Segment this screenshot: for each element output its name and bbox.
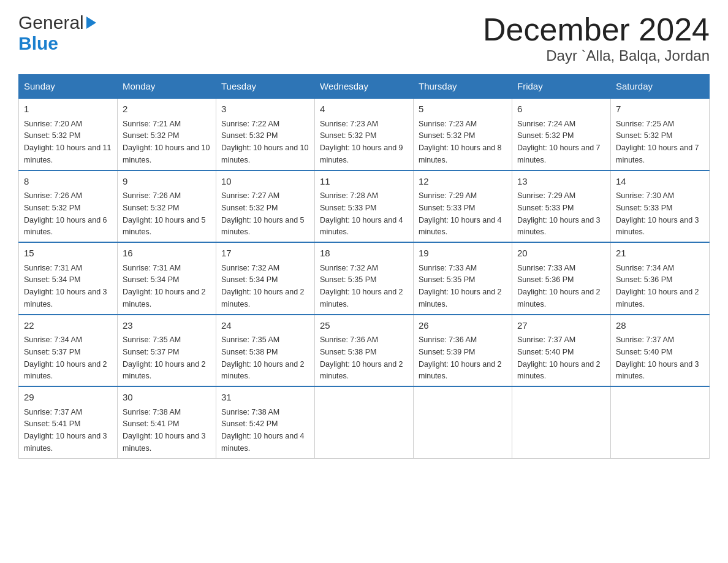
calendar-cell: 4Sunrise: 7:23 AMSunset: 5:32 PMDaylight… <box>315 98 414 170</box>
day-info: Sunrise: 7:23 AMSunset: 5:32 PMDaylight:… <box>419 120 502 164</box>
day-info: Sunrise: 7:30 AMSunset: 5:33 PMDaylight:… <box>616 191 699 236</box>
col-wednesday: Wednesday <box>315 75 414 99</box>
calendar-cell: 5Sunrise: 7:23 AMSunset: 5:32 PMDaylight… <box>414 98 512 170</box>
calendar-cell: 20Sunrise: 7:33 AMSunset: 5:36 PMDayligh… <box>512 242 611 315</box>
day-number: 19 <box>419 247 507 261</box>
day-info: Sunrise: 7:23 AMSunset: 5:32 PMDaylight:… <box>320 120 403 164</box>
calendar-cell: 23Sunrise: 7:35 AMSunset: 5:37 PMDayligh… <box>118 315 216 387</box>
day-number: 7 <box>616 102 704 117</box>
day-info: Sunrise: 7:38 AMSunset: 5:41 PMDaylight:… <box>123 408 206 453</box>
day-info: Sunrise: 7:33 AMSunset: 5:35 PMDaylight:… <box>419 264 502 308</box>
calendar-cell: 21Sunrise: 7:34 AMSunset: 5:36 PMDayligh… <box>611 242 710 315</box>
day-number: 27 <box>517 319 605 333</box>
day-info: Sunrise: 7:34 AMSunset: 5:36 PMDaylight:… <box>616 264 699 308</box>
calendar-week-4: 22Sunrise: 7:34 AMSunset: 5:37 PMDayligh… <box>19 315 710 387</box>
day-info: Sunrise: 7:38 AMSunset: 5:42 PMDaylight:… <box>221 408 305 453</box>
day-number: 4 <box>320 102 408 117</box>
calendar-cell: 15Sunrise: 7:31 AMSunset: 5:34 PMDayligh… <box>19 242 118 315</box>
day-info: Sunrise: 7:29 AMSunset: 5:33 PMDaylight:… <box>419 191 502 236</box>
day-number: 25 <box>320 319 408 333</box>
day-number: 10 <box>221 175 309 189</box>
calendar-cell: 12Sunrise: 7:29 AMSunset: 5:33 PMDayligh… <box>414 170 512 243</box>
calendar-cell: 25Sunrise: 7:36 AMSunset: 5:38 PMDayligh… <box>315 315 414 387</box>
calendar-cell: 22Sunrise: 7:34 AMSunset: 5:37 PMDayligh… <box>19 315 118 387</box>
calendar-cell: 17Sunrise: 7:32 AMSunset: 5:34 PMDayligh… <box>216 242 315 315</box>
day-number: 14 <box>616 175 704 189</box>
day-number: 21 <box>616 247 704 261</box>
day-number: 15 <box>24 247 112 261</box>
day-info: Sunrise: 7:31 AMSunset: 5:34 PMDaylight:… <box>24 264 107 308</box>
day-number: 3 <box>221 102 309 117</box>
calendar-cell: 27Sunrise: 7:37 AMSunset: 5:40 PMDayligh… <box>512 315 611 387</box>
calendar-cell: 29Sunrise: 7:37 AMSunset: 5:41 PMDayligh… <box>19 386 118 458</box>
col-thursday: Thursday <box>414 75 512 99</box>
day-info: Sunrise: 7:33 AMSunset: 5:36 PMDaylight:… <box>517 264 601 308</box>
day-number: 11 <box>320 175 408 189</box>
day-info: Sunrise: 7:35 AMSunset: 5:38 PMDaylight:… <box>221 335 305 380</box>
day-number: 5 <box>419 102 507 117</box>
calendar-week-5: 29Sunrise: 7:37 AMSunset: 5:41 PMDayligh… <box>19 386 710 458</box>
calendar-week-1: 1Sunrise: 7:20 AMSunset: 5:32 PMDaylight… <box>19 98 710 170</box>
day-info: Sunrise: 7:37 AMSunset: 5:40 PMDaylight:… <box>517 335 601 380</box>
calendar-body: 1Sunrise: 7:20 AMSunset: 5:32 PMDaylight… <box>19 98 710 458</box>
col-saturday: Saturday <box>611 75 710 99</box>
day-number: 20 <box>517 247 605 261</box>
col-tuesday: Tuesday <box>216 75 315 99</box>
col-monday: Monday <box>118 75 216 99</box>
day-info: Sunrise: 7:32 AMSunset: 5:35 PMDaylight:… <box>320 264 403 308</box>
calendar-cell: 18Sunrise: 7:32 AMSunset: 5:35 PMDayligh… <box>315 242 414 315</box>
calendar-cell: 13Sunrise: 7:29 AMSunset: 5:33 PMDayligh… <box>512 170 611 243</box>
logo-arrow-icon <box>86 17 96 29</box>
day-info: Sunrise: 7:31 AMSunset: 5:34 PMDaylight:… <box>123 264 206 308</box>
calendar-cell <box>512 386 611 458</box>
logo: General Blue <box>18 12 96 54</box>
day-info: Sunrise: 7:29 AMSunset: 5:33 PMDaylight:… <box>517 191 601 236</box>
day-number: 17 <box>221 247 309 261</box>
title-block: December 2024 Dayr `Alla, Balqa, Jordan <box>483 12 710 64</box>
day-number: 29 <box>24 391 112 405</box>
day-info: Sunrise: 7:27 AMSunset: 5:32 PMDaylight:… <box>221 191 305 236</box>
calendar-cell: 1Sunrise: 7:20 AMSunset: 5:32 PMDaylight… <box>19 98 118 170</box>
calendar-header: Sunday Monday Tuesday Wednesday Thursday… <box>19 75 710 99</box>
calendar-week-3: 15Sunrise: 7:31 AMSunset: 5:34 PMDayligh… <box>19 242 710 315</box>
day-number: 28 <box>616 319 704 333</box>
day-info: Sunrise: 7:34 AMSunset: 5:37 PMDaylight:… <box>24 335 107 380</box>
page-header: General Blue December 2024 Dayr `Alla, B… <box>18 12 710 64</box>
location-title: Dayr `Alla, Balqa, Jordan <box>483 47 710 64</box>
day-number: 12 <box>419 175 507 189</box>
calendar-cell <box>611 386 710 458</box>
calendar-cell: 11Sunrise: 7:28 AMSunset: 5:33 PMDayligh… <box>315 170 414 243</box>
day-info: Sunrise: 7:22 AMSunset: 5:32 PMDaylight:… <box>221 120 308 164</box>
calendar-cell: 8Sunrise: 7:26 AMSunset: 5:32 PMDaylight… <box>19 170 118 243</box>
calendar-cell: 10Sunrise: 7:27 AMSunset: 5:32 PMDayligh… <box>216 170 315 243</box>
day-info: Sunrise: 7:37 AMSunset: 5:40 PMDaylight:… <box>616 335 699 380</box>
calendar-cell: 9Sunrise: 7:26 AMSunset: 5:32 PMDaylight… <box>118 170 216 243</box>
calendar-cell: 30Sunrise: 7:38 AMSunset: 5:41 PMDayligh… <box>118 386 216 458</box>
calendar-cell: 26Sunrise: 7:36 AMSunset: 5:39 PMDayligh… <box>414 315 512 387</box>
day-info: Sunrise: 7:21 AMSunset: 5:32 PMDaylight:… <box>123 120 210 164</box>
calendar-cell: 7Sunrise: 7:25 AMSunset: 5:32 PMDaylight… <box>611 98 710 170</box>
day-number: 13 <box>517 175 605 189</box>
day-info: Sunrise: 7:28 AMSunset: 5:33 PMDaylight:… <box>320 191 403 236</box>
day-number: 9 <box>123 175 211 189</box>
day-number: 16 <box>123 247 211 261</box>
calendar-cell: 28Sunrise: 7:37 AMSunset: 5:40 PMDayligh… <box>611 315 710 387</box>
day-info: Sunrise: 7:36 AMSunset: 5:38 PMDaylight:… <box>320 335 403 380</box>
calendar-cell <box>414 386 512 458</box>
calendar-cell: 14Sunrise: 7:30 AMSunset: 5:33 PMDayligh… <box>611 170 710 243</box>
day-number: 2 <box>123 102 211 117</box>
day-number: 31 <box>221 391 309 405</box>
calendar-cell: 3Sunrise: 7:22 AMSunset: 5:32 PMDaylight… <box>216 98 315 170</box>
calendar-cell: 24Sunrise: 7:35 AMSunset: 5:38 PMDayligh… <box>216 315 315 387</box>
day-number: 1 <box>24 102 112 117</box>
calendar-table: Sunday Monday Tuesday Wednesday Thursday… <box>18 74 710 459</box>
header-row: Sunday Monday Tuesday Wednesday Thursday… <box>19 75 710 99</box>
day-number: 22 <box>24 319 112 333</box>
day-number: 23 <box>123 319 211 333</box>
day-info: Sunrise: 7:24 AMSunset: 5:32 PMDaylight:… <box>517 120 601 164</box>
calendar-cell: 6Sunrise: 7:24 AMSunset: 5:32 PMDaylight… <box>512 98 611 170</box>
calendar-cell: 19Sunrise: 7:33 AMSunset: 5:35 PMDayligh… <box>414 242 512 315</box>
calendar-week-2: 8Sunrise: 7:26 AMSunset: 5:32 PMDaylight… <box>19 170 710 243</box>
col-sunday: Sunday <box>19 75 118 99</box>
calendar-cell <box>315 386 414 458</box>
